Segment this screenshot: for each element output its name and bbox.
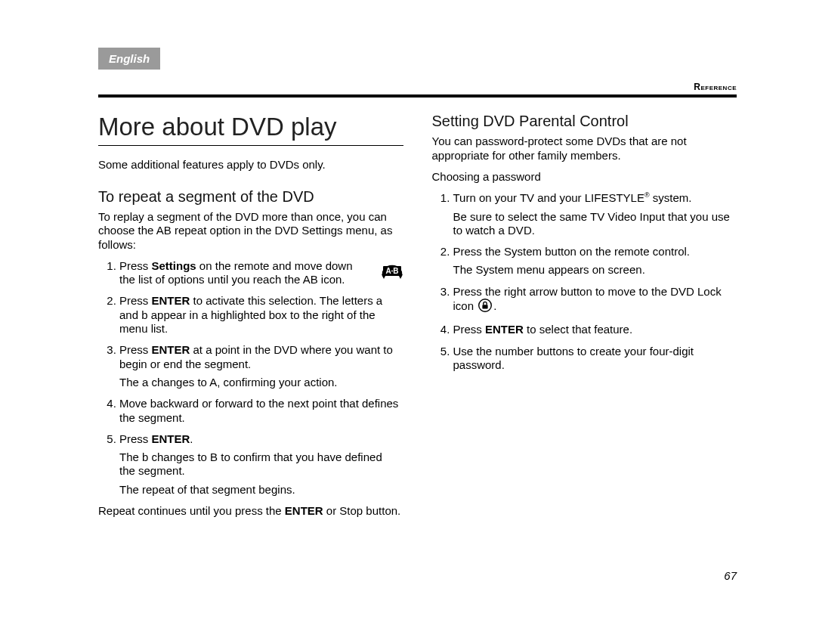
section-label: Reference bbox=[694, 82, 737, 92]
step-1: Press Settings on the remote and move do… bbox=[119, 259, 403, 287]
pc-step-4: Press ENTER to select that feature. bbox=[453, 323, 737, 336]
step-5-bold: ENTER bbox=[152, 432, 190, 445]
step-3-bold: ENTER bbox=[152, 343, 190, 356]
pc-step-4a: Press bbox=[453, 323, 486, 336]
parental-heading: Setting DVD Parental Control bbox=[432, 112, 737, 130]
pc-step-2-sub: The System menu appears on screen. bbox=[453, 263, 734, 277]
step-2-bold: ENTER bbox=[152, 294, 190, 307]
pc-step-2: Press the System button on the remote co… bbox=[453, 245, 737, 277]
page-title: More about DVD play bbox=[98, 112, 403, 142]
svg-point-4 bbox=[391, 270, 393, 271]
repeat-intro: To replay a segment of the DVD more than… bbox=[98, 210, 403, 252]
right-column: Setting DVD Parental Control You can pas… bbox=[432, 112, 737, 525]
pc-step-4b: to select that feature. bbox=[524, 323, 632, 336]
reg-mark: ® bbox=[644, 191, 650, 199]
step-4: Move backward or forward to the next poi… bbox=[119, 397, 403, 425]
step-5-sub1: The b changes to B to confirm that you h… bbox=[119, 450, 400, 478]
intro-text: Some additional features apply to DVDs o… bbox=[98, 158, 403, 172]
lock-icon bbox=[478, 299, 492, 315]
step-1-text-a: Press bbox=[119, 259, 152, 272]
step-2-text-a: Press bbox=[119, 294, 152, 307]
parental-steps: Turn on your TV and your LIFESTYLE® syst… bbox=[432, 191, 737, 372]
repeat-subheading: To repeat a segment of the DVD bbox=[98, 187, 403, 206]
step-5-text-b: . bbox=[190, 432, 193, 445]
repeat-footer: Repeat continues until you press the ENT… bbox=[98, 504, 403, 518]
step-5-sub2: The repeat of that segment begins. bbox=[119, 483, 400, 497]
pc-step-1a: Turn on your TV and your LIFESTYLE bbox=[453, 191, 644, 204]
pc-step-5: Use the number buttons to create your fo… bbox=[453, 345, 737, 373]
footer-bold: ENTER bbox=[285, 504, 323, 517]
repeat-steps: Press Settings on the remote and move do… bbox=[98, 259, 403, 497]
step-2: Press ENTER to activate this selection. … bbox=[119, 294, 403, 336]
step-3-sub: The a changes to A, confirming your acti… bbox=[119, 376, 400, 389]
pc-step-1-sub: Be sure to select the same TV Video Inpu… bbox=[453, 210, 734, 238]
pc-step-3: Press the right arrow button to move to … bbox=[453, 285, 737, 316]
step-1-bold: Settings bbox=[152, 259, 196, 272]
step-3: Press ENTER at a point in the DVD where … bbox=[119, 343, 403, 389]
parental-intro: You can password-protect some DVDs that … bbox=[432, 135, 737, 163]
svg-rect-6 bbox=[483, 305, 488, 308]
language-tab: English bbox=[98, 48, 160, 70]
pc-step-4-bold: ENTER bbox=[485, 323, 524, 336]
left-column: More about DVD play Some additional feat… bbox=[98, 112, 403, 525]
pc-step-1: Turn on your TV and your LIFESTYLE® syst… bbox=[453, 191, 737, 237]
pc-step-3b: . bbox=[493, 299, 496, 312]
choosing-password: Choosing a password bbox=[432, 170, 737, 184]
content-columns: More about DVD play Some additional feat… bbox=[98, 112, 737, 525]
footer-b: or Stop button. bbox=[323, 504, 401, 517]
ab-repeat-icon: A B bbox=[379, 259, 405, 285]
manual-page: English Reference More about DVD play So… bbox=[0, 0, 816, 644]
header-rule bbox=[98, 94, 737, 98]
title-underline bbox=[98, 145, 403, 146]
footer-a: Repeat continues until you press the bbox=[98, 504, 285, 517]
step-5: Press ENTER. The b changes to B to confi… bbox=[119, 432, 403, 497]
step-5-text-a: Press bbox=[119, 432, 152, 445]
step-3-text-a: Press bbox=[119, 343, 152, 356]
page-number: 67 bbox=[724, 569, 737, 582]
pc-step-2-text: Press the System button on the remote co… bbox=[453, 245, 691, 258]
pc-step-1b: system. bbox=[650, 191, 692, 204]
